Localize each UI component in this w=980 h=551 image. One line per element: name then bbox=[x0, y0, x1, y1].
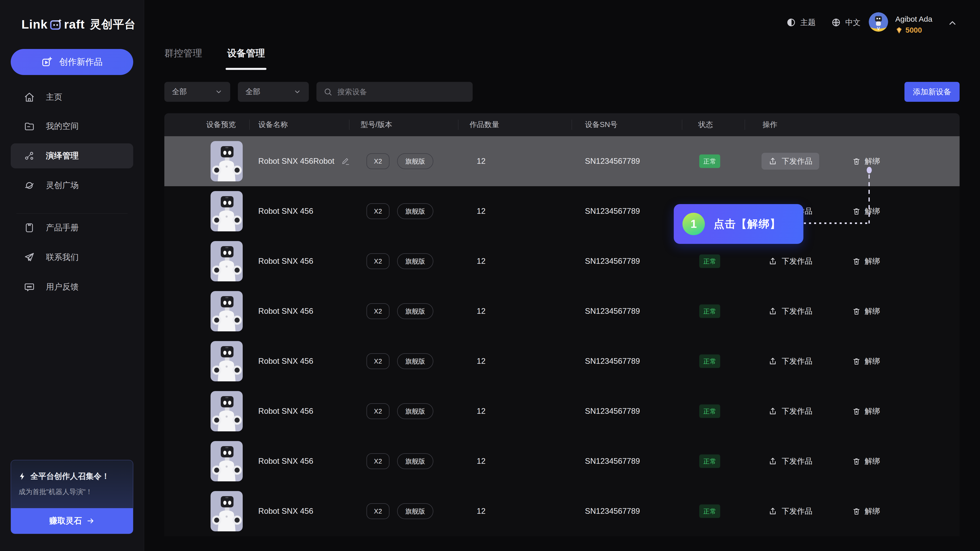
device-name: Robot SNX 456 bbox=[258, 206, 313, 216]
table-header: 设备预览 设备名称 型号/版本 作品数量 设备SN号 状态 操作 bbox=[164, 113, 959, 136]
device-name: Robot SNX 456 bbox=[258, 507, 313, 516]
sidebar-item-my-space[interactable]: 我的空间 bbox=[11, 114, 133, 139]
user-avatar[interactable]: V bbox=[869, 12, 888, 32]
upload-icon bbox=[768, 157, 777, 165]
table-row[interactable]: Robot SNX 456 X2 旗舰版 12 SN1234567789 正常 … bbox=[164, 286, 959, 336]
svg-text:V: V bbox=[877, 26, 880, 31]
brand-logo-cn: 灵创平台 bbox=[90, 17, 136, 32]
deploy-work-button[interactable]: 下发作品 bbox=[762, 503, 819, 519]
edition-badge: 旗舰版 bbox=[397, 153, 433, 169]
unbind-button[interactable]: 解绑 bbox=[853, 506, 880, 516]
promo-card: 全平台创作人召集令！ 成为首批"机器人导演"！ 赚取灵石 bbox=[11, 460, 133, 534]
table-row[interactable]: Robot SNX 456 X2 旗舰版 12 SN1234567789 正常 … bbox=[164, 336, 959, 386]
works-count: 12 bbox=[477, 407, 485, 416]
unbind-button[interactable]: 解绑 bbox=[853, 206, 880, 217]
edition-badge: 旗舰版 bbox=[397, 253, 433, 269]
tab-device-management[interactable]: 设备管理 bbox=[227, 47, 265, 70]
robot-avatar bbox=[210, 241, 243, 281]
status-badge: 正常 bbox=[699, 305, 720, 318]
book-icon bbox=[24, 222, 35, 233]
unbind-button[interactable]: 解绑 bbox=[853, 156, 880, 167]
robot-avatar bbox=[210, 291, 243, 331]
unbind-button[interactable]: 解绑 bbox=[853, 256, 880, 267]
sidebar-item-product-manual[interactable]: 产品手册 bbox=[11, 215, 133, 240]
filter-dropdown-status[interactable]: 全部 bbox=[238, 82, 309, 102]
language-switcher[interactable]: 中文 bbox=[831, 15, 861, 30]
column-separator bbox=[249, 120, 250, 130]
theme-icon bbox=[786, 17, 796, 27]
col-actions: 操作 bbox=[762, 120, 777, 130]
model-badge: X2 bbox=[366, 403, 390, 419]
robot-avatar bbox=[210, 191, 243, 231]
device-sn: SN1234567789 bbox=[585, 157, 640, 166]
unbind-button[interactable]: 解绑 bbox=[853, 306, 880, 317]
robot-avatar bbox=[210, 341, 243, 381]
edition-badge: 旗舰版 bbox=[397, 203, 433, 219]
trash-icon bbox=[853, 507, 861, 515]
guide-tooltip-text: 点击【解绑】 bbox=[714, 217, 781, 231]
guide-tooltip: 1 点击【解绑】 bbox=[674, 204, 803, 244]
paper-plane-icon bbox=[24, 252, 35, 263]
chevron-up-icon[interactable] bbox=[947, 18, 958, 28]
deploy-work-button[interactable]: 下发作品 bbox=[762, 403, 819, 420]
add-new-device-button[interactable]: 添加新设备 bbox=[904, 82, 959, 102]
table-row[interactable]: Robot SNX 456Robot X2 旗舰版 12 SN123456778… bbox=[164, 136, 959, 186]
model-badge: X2 bbox=[366, 253, 390, 269]
table-row[interactable]: Robot SNX 456 X2 旗舰版 12 SN1234567789 正常 … bbox=[164, 386, 959, 436]
status-badge: 正常 bbox=[699, 354, 720, 368]
upload-icon bbox=[768, 307, 777, 316]
column-separator bbox=[745, 120, 745, 130]
tab-group-control[interactable]: 群控管理 bbox=[164, 47, 202, 70]
chevron-down-icon bbox=[215, 88, 223, 96]
deploy-work-button[interactable]: 下发作品 bbox=[762, 153, 819, 170]
user-name: Agibot Ada bbox=[895, 15, 932, 24]
device-sn: SN1234567789 bbox=[585, 507, 640, 516]
create-work-icon bbox=[41, 56, 52, 68]
deploy-work-button[interactable]: 下发作品 bbox=[762, 303, 819, 320]
deploy-work-button[interactable]: 下发作品 bbox=[762, 353, 819, 370]
device-name: Robot SNX 456 bbox=[258, 257, 313, 266]
create-new-work-button[interactable]: 创作新作品 bbox=[11, 49, 133, 75]
trash-icon bbox=[853, 357, 861, 365]
search-icon bbox=[324, 87, 332, 96]
device-name: Robot SNX 456Robot bbox=[258, 157, 334, 166]
device-table: 设备预览 设备名称 型号/版本 作品数量 设备SN号 状态 操作 bbox=[164, 113, 959, 536]
sidebar-item-user-feedback[interactable]: 用户反馈 bbox=[11, 275, 133, 300]
sidebar-item-rehearsal-management[interactable]: 演绎管理 bbox=[11, 143, 133, 168]
unbind-button[interactable]: 解绑 bbox=[853, 406, 880, 416]
sidebar-item-plaza[interactable]: 灵创广场 bbox=[11, 173, 133, 198]
sidebar: Link raft 灵创平台 创作新作品 主页 bbox=[0, 0, 144, 551]
theme-toggle[interactable]: 主题 bbox=[786, 15, 816, 30]
earn-gems-button[interactable]: 赚取灵石 bbox=[11, 508, 133, 534]
connector-dashed-line-vertical bbox=[869, 175, 870, 224]
device-name: Robot SNX 456 bbox=[258, 407, 313, 416]
trash-icon bbox=[853, 307, 861, 315]
edition-badge: 旗舰版 bbox=[397, 453, 433, 469]
sidebar-item-home[interactable]: 主页 bbox=[11, 85, 133, 110]
edit-name-icon[interactable] bbox=[342, 157, 350, 165]
col-model-version: 型号/版本 bbox=[361, 120, 392, 130]
filter-dropdown-category[interactable]: 全部 bbox=[164, 82, 230, 102]
promo-title: 全平台创作人召集令！ bbox=[18, 471, 110, 482]
works-count: 12 bbox=[477, 306, 485, 316]
column-separator bbox=[458, 120, 458, 130]
model-badge: X2 bbox=[366, 153, 390, 169]
deploy-work-button[interactable]: 下发作品 bbox=[762, 253, 819, 270]
table-row[interactable]: Robot SNX 456 X2 旗舰版 12 SN1234567789 正常 … bbox=[164, 186, 959, 236]
management-tabs: 群控管理 设备管理 bbox=[164, 47, 265, 70]
model-badge: X2 bbox=[366, 453, 390, 469]
sidebar-item-contact-us[interactable]: 联系我们 bbox=[11, 245, 133, 270]
unbind-button[interactable]: 解绑 bbox=[853, 456, 880, 467]
col-status: 状态 bbox=[698, 120, 713, 130]
table-row[interactable]: Robot SNX 456 X2 旗舰版 12 SN1234567789 正常 … bbox=[164, 486, 959, 536]
connector-dotted-line-horizontal bbox=[804, 222, 868, 224]
search-input[interactable] bbox=[337, 88, 466, 96]
edition-badge: 旗舰版 bbox=[397, 503, 433, 519]
robot-avatar bbox=[210, 491, 243, 531]
deploy-work-button[interactable]: 下发作品 bbox=[762, 453, 819, 470]
table-row[interactable]: Robot SNX 456 X2 旗舰版 12 SN1234567789 正常 … bbox=[164, 236, 959, 286]
col-device-preview: 设备预览 bbox=[206, 120, 236, 130]
works-count: 12 bbox=[477, 206, 485, 216]
unbind-button[interactable]: 解绑 bbox=[853, 356, 880, 367]
table-row[interactable]: Robot SNX 456 X2 旗舰版 12 SN1234567789 正常 … bbox=[164, 436, 959, 486]
